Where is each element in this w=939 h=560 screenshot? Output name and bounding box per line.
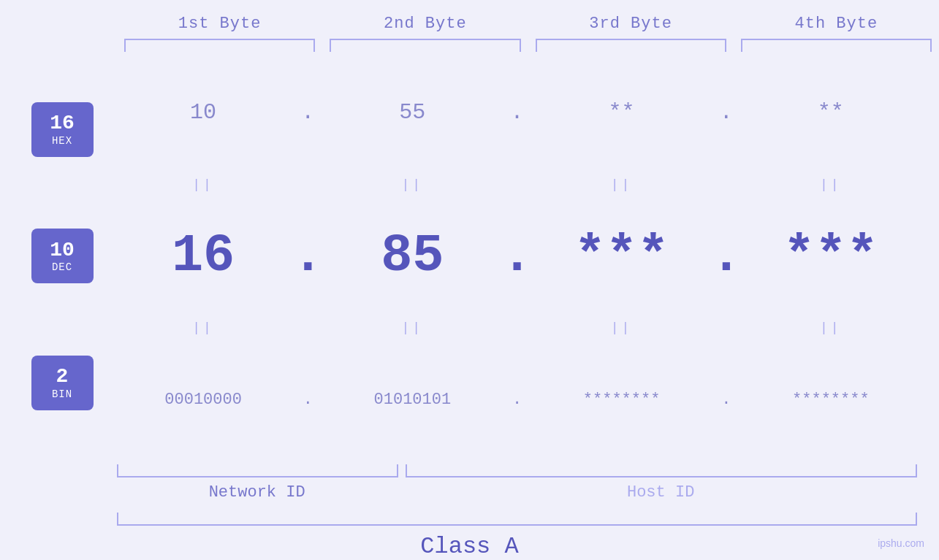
bracket-top-4 [741,39,932,52]
main-layout: 16 HEX 10 DEC 2 BIN 10 . 55 . ** . ** [0,52,939,461]
bracket-top-2 [330,39,520,52]
equals-row-1: || || || || [117,174,917,196]
equals-2-b3: || [536,321,708,335]
byte-header-3: 3rd Byte [528,15,734,33]
byte-header-1: 1st Byte [117,15,322,33]
bracket-network [117,464,398,477]
dec-badge-number: 10 [50,239,75,262]
bin-dot-3: . [708,391,745,409]
equals-1-b4: || [745,177,917,192]
dec-byte-1: 16 [117,226,289,286]
bin-value-row: 00010000 . 01010101 . ******** . *******… [117,339,917,461]
hex-dot-2: . [499,100,536,125]
bracket-host [406,464,917,477]
bracket-top-1 [124,39,315,52]
bin-badge-label: BIN [52,388,72,400]
bin-dot-2: . [499,391,536,409]
dec-value-row: 16 . 85 . *** . *** [117,196,917,318]
bin-byte-1: 00010000 [117,391,289,409]
dec-dot-1: . [289,226,326,286]
hex-badge-label: HEX [52,135,72,147]
equals-2-b2: || [326,321,498,335]
top-brackets [0,39,939,52]
id-labels: Network ID Host ID [0,483,939,502]
dec-dot-3: . [708,226,745,286]
class-label: Class A [0,533,939,560]
host-id-label: Host ID [404,483,917,502]
hex-byte-1: 10 [117,100,289,125]
equals-2-b1: || [117,321,289,335]
equals-1-b1: || [117,177,289,192]
dec-badge-label: DEC [52,261,72,273]
hex-byte-3: ** [536,100,708,125]
bin-byte-2: 01010101 [326,391,498,409]
ip-columns: 10 . 55 . ** . ** || || || || 16 [117,52,939,461]
bin-dot-1: . [289,391,326,409]
hex-value-row: 10 . 55 . ** . ** [117,52,917,174]
bin-byte-4: ******** [745,391,917,409]
byte-header-4: 4th Byte [734,15,939,33]
dec-byte-3: *** [536,226,708,286]
dec-byte-2: 85 [326,226,498,286]
byte-headers-row: 1st Byte 2nd Byte 3rd Byte 4th Byte [0,15,939,33]
hex-badge: 16 HEX [31,102,94,157]
class-bracket-container [0,513,939,526]
bottom-brackets [0,464,939,477]
equals-1-b3: || [536,177,708,192]
hex-byte-2: 55 [326,100,498,125]
dec-dot-2: . [499,226,536,286]
equals-row-2: || || || || [117,317,917,339]
watermark: ipshu.com [878,537,924,549]
hex-dot-1: . [289,100,326,125]
equals-1-b2: || [326,177,498,192]
bin-badge: 2 BIN [31,356,94,410]
dec-badge: 10 DEC [31,229,94,283]
bin-badge-number: 2 [56,366,69,388]
class-bracket-line [117,513,917,526]
byte-header-2: 2nd Byte [322,15,528,33]
hex-dot-3: . [708,100,745,125]
bin-byte-3: ******** [536,391,708,409]
badge-column: 16 HEX 10 DEC 2 BIN [7,52,117,461]
hex-badge-number: 16 [50,112,75,135]
bracket-top-3 [536,39,726,52]
hex-byte-4: ** [745,100,917,125]
equals-2-b4: || [745,321,917,335]
network-id-label: Network ID [117,483,397,502]
dec-byte-4: *** [745,226,917,286]
main-container: 1st Byte 2nd Byte 3rd Byte 4th Byte 16 H… [0,0,939,560]
